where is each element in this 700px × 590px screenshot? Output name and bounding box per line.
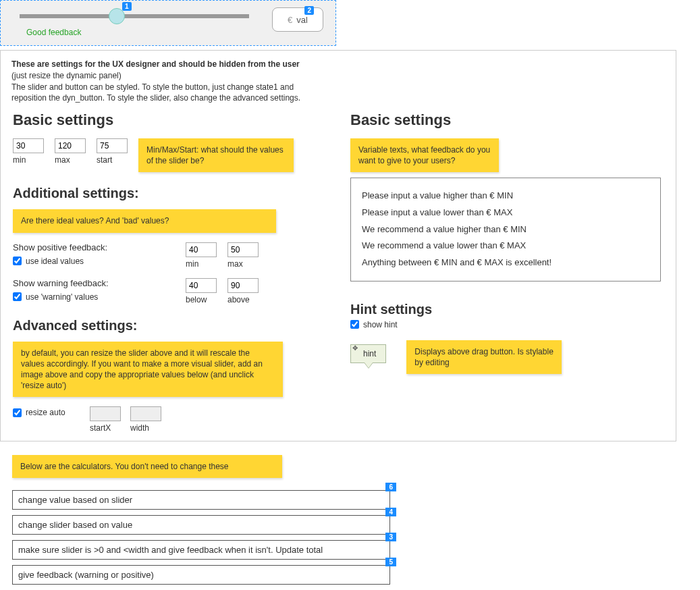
startx-label: startX [90, 423, 121, 433]
slider-track[interactable] [20, 14, 249, 18]
right-column: Basic settings Variable texts, what feed… [350, 111, 661, 374]
show-hint-checkbox[interactable] [350, 320, 359, 329]
hint-chip-label: hint [363, 349, 376, 358]
width-label: width [130, 423, 161, 433]
ideal-values-label: use ideal values [26, 257, 84, 266]
intro-line3: The slider and button can be styled. To … [11, 82, 294, 92]
calc-text-3: make sure slider is >0 and <width and gi… [18, 545, 323, 555]
value-label: val [296, 15, 308, 25]
marker-1: 1 [122, 2, 132, 11]
calc-marker-4: 5 [385, 558, 396, 566]
value-button[interactable]: € val [272, 7, 323, 32]
ideal-min-label: min [186, 259, 217, 269]
advanced-settings-heading: Advanced settings: [13, 318, 323, 333]
intro-line4: reposition the dyn_button. To style the … [11, 93, 300, 103]
intro-line2: (just resize the dynamic panel) [11, 71, 122, 80]
start-label: start [97, 155, 128, 165]
calculators-area: Below are the calculators. You don't nee… [0, 448, 676, 590]
ideal-values-checkbox[interactable] [13, 257, 22, 265]
warn-below-label: below [186, 295, 217, 304]
texts-hint-box: Variable texts, what feedback do you wan… [350, 138, 499, 172]
resize-auto-checkbox[interactable] [13, 408, 22, 417]
feedback-text-2: Please input a value lower than € MAX [362, 205, 649, 221]
warn-below-input[interactable] [186, 278, 217, 293]
hint-chip[interactable]: ✥ hint [350, 344, 386, 363]
slider-feedback: Good feedback [26, 28, 81, 37]
basic-hint-box: Min/Max/Start: what should the values of… [138, 138, 294, 172]
basic-settings-heading: Basic settings [13, 111, 323, 129]
resize-auto-label: resize auto [26, 408, 65, 417]
positive-feedback-label: Show positive feedback: [13, 242, 175, 252]
additional-hint-box: Are there ideal values? And 'bad' values… [13, 209, 276, 232]
calc-text-4: give feedback (warning or positive) [18, 570, 154, 580]
hint-settings-heading: Hint settings [350, 302, 661, 317]
feedback-text-4: We recommend a value lower than € MAX [362, 238, 649, 254]
additional-settings-heading: Additional settings: [13, 186, 323, 201]
calc-box-2[interactable]: change slider based on value 4 [12, 515, 390, 535]
feedback-text: Good feedback [26, 28, 81, 37]
calc-box-3[interactable]: make sure slider is >0 and <width and gi… [12, 540, 390, 560]
max-label: max [55, 155, 86, 165]
calc-text-2: change slider based on value [18, 520, 132, 530]
calc-text-1: change value based on slider [18, 495, 132, 505]
calculators-hint-box: Below are the calculators. You don't nee… [12, 455, 282, 478]
slider-panel: 1 Good feedback € val 2 [0, 0, 336, 46]
left-column: Basic settings min max start Min/Max/Sta… [13, 111, 323, 433]
min-label: min [13, 155, 44, 165]
warn-above-label: above [227, 295, 259, 304]
max-input[interactable] [55, 138, 86, 153]
ideal-min-input[interactable] [186, 242, 217, 257]
ideal-max-label: max [227, 259, 259, 269]
basic-settings-heading-right: Basic settings [350, 111, 661, 129]
feedback-text-3: We recommend a value higher than € MIN [362, 221, 649, 238]
euro-icon: € [288, 15, 292, 25]
marker-2: 2 [304, 6, 314, 15]
calc-marker-3: 3 [385, 533, 396, 541]
calc-marker-1: 6 [385, 483, 396, 491]
feedback-text-5: Anything between € MIN and € MAX is exce… [362, 254, 649, 271]
feedback-texts-box: Please input a value higher than € MIN P… [350, 178, 661, 281]
startx-input[interactable] [90, 406, 121, 421]
intro-text: These are settings for the UX designer a… [11, 59, 665, 104]
start-input[interactable] [97, 138, 128, 153]
feedback-text-1: Please input a value higher than € MIN [362, 188, 649, 205]
calc-marker-2: 4 [385, 508, 396, 516]
warn-above-input[interactable] [227, 278, 259, 293]
ideal-max-input[interactable] [227, 242, 259, 257]
min-input[interactable] [13, 138, 44, 153]
settings-panel: These are settings for the UX designer a… [0, 50, 676, 441]
width-input[interactable] [130, 406, 161, 421]
warning-feedback-label: Show warning feedback: [13, 278, 175, 288]
hint-desc-box: Displays above drag button. Is stylable … [406, 340, 562, 374]
calc-box-4[interactable]: give feedback (warning or positive) 5 [12, 565, 390, 585]
advanced-hint-box: by default, you can resize the slider ab… [13, 342, 283, 398]
calc-box-1[interactable]: change value based on slider 6 [12, 490, 390, 510]
warning-values-checkbox[interactable] [13, 292, 22, 301]
show-hint-label: show hint [363, 320, 398, 329]
warning-values-label: use 'warning' values [26, 292, 98, 302]
move-icon: ✥ [352, 344, 358, 352]
intro-bold: These are settings for the UX designer a… [11, 59, 300, 69]
